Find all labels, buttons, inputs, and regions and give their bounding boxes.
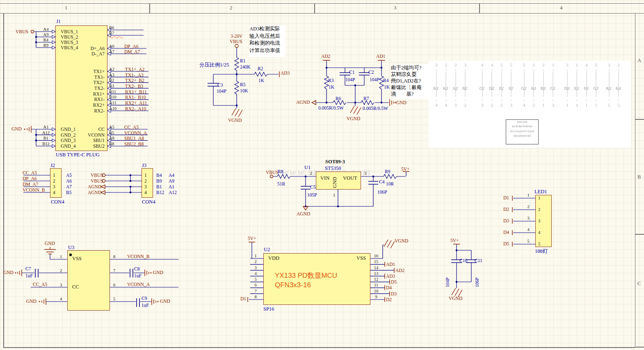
agnd-port-adc[interactable]: AGND — [296, 100, 310, 105]
error-squiggle — [108, 37, 123, 38]
d2-label-u2[interactable]: D2 — [386, 297, 392, 302]
pin-number: B2 — [109, 78, 116, 84]
net-label[interactable]: RX1+_B11 — [125, 89, 147, 95]
vgnd-label-divider[interactable]: VGND — [228, 118, 242, 123]
vbus-port-u1[interactable]: VBUS — [266, 170, 279, 175]
gnd-label-u3-p4[interactable]: GND — [26, 299, 37, 304]
j1-dp-net-labels[interactable]: DP_A6DM_A7 — [124, 44, 140, 55]
gnd-label-c7[interactable]: GND — [3, 270, 14, 275]
c9-value: 1uF — [142, 303, 149, 308]
r5-value: 10K — [240, 88, 248, 94]
net-label[interactable]: SBU1_A8 — [124, 136, 147, 142]
agnd-port-u1[interactable]: AGND — [297, 211, 310, 217]
net-label[interactable]: D3 — [503, 218, 509, 230]
j3-vbus-port-1[interactable]: VBUS — [91, 173, 103, 178]
pad-label: A4 — [169, 173, 177, 178]
5v-port-u1[interactable]: 5V+ — [401, 167, 410, 172]
r5-refdes[interactable]: R5 — [240, 82, 245, 87]
r7-refdes[interactable]: R7 — [363, 96, 369, 101]
net-label[interactable]: RX2+_A11 — [125, 101, 147, 106]
j2-net-labels[interactable]: CC_A5DP_A6DM_A7VCONN_B — [23, 170, 45, 193]
r6-refdes[interactable]: R6 — [336, 96, 341, 101]
c5-refdes[interactable]: C5 — [310, 185, 315, 190]
vbus-port-divider[interactable]: VBUS — [230, 39, 242, 44]
gnd-label-c8[interactable]: GND — [153, 270, 163, 275]
net-label[interactable]: D1 — [503, 195, 509, 207]
gnd-label-adc[interactable]: GND — [396, 100, 406, 105]
net-label[interactable]: CC_A5 — [23, 170, 45, 176]
r3-refdes[interactable]: R3 — [328, 78, 333, 83]
gnd-label-u3-top[interactable]: GND — [45, 241, 55, 246]
ad3-port[interactable]: AD3 — [281, 71, 290, 76]
vbus-port-label[interactable]: VBUS — [16, 29, 28, 34]
c3-refdes[interactable]: C3 — [217, 82, 223, 88]
net-label[interactable]: TX1-_A3 — [125, 73, 147, 78]
led1-net-labels[interactable]: D1D2D3D4D5 — [503, 195, 509, 253]
net-label[interactable]: DP_A6 — [124, 44, 140, 49]
j1-txrx-net-labels[interactable]: TX1+_A2TX1-_A3TX2+_B2TX2-_B3RX1+_B11RX1-… — [125, 67, 147, 112]
c11-refdes[interactable]: C11 — [475, 258, 482, 263]
j3-agnd-port-2[interactable]: AGND — [88, 190, 101, 195]
c7-refdes[interactable]: C7 — [25, 266, 31, 272]
net-label[interactable]: D4 — [503, 230, 509, 241]
c1-refdes[interactable]: C1 — [349, 70, 354, 75]
net-label[interactable]: SBU2_B8 — [124, 142, 147, 147]
r9-refdes[interactable]: R9 — [385, 169, 390, 174]
vconn-a-label[interactable]: VCONN_A — [127, 282, 150, 287]
pin-number: 5 — [525, 239, 532, 250]
note-line: 输入电压然后 — [249, 33, 285, 40]
vconn-b-label[interactable]: VCONN_B — [127, 254, 149, 259]
d3-label-u2[interactable]: D3 — [391, 291, 397, 297]
ad2-label-u2[interactable]: AD2 — [395, 268, 404, 273]
pin-name: VBUS_3 — [61, 40, 78, 45]
u2-right-pin-numbers: 161514131211109 — [371, 254, 381, 300]
net-label[interactable]: DM_A7 — [23, 182, 45, 188]
net-label[interactable]: RX2-_A10 — [125, 106, 147, 112]
gnd-label-c9[interactable]: GND — [160, 299, 170, 304]
pin-name: D-_A7 — [76, 51, 105, 57]
pin-number: 8 — [113, 254, 115, 268]
c9-refdes[interactable]: C9 — [142, 296, 147, 301]
vgnd-label-cfilter[interactable]: VGND — [449, 296, 462, 301]
j1-cc-net-labels[interactable]: CC_A5VCONN_ASBU1_A8SBU2_B8 — [124, 125, 147, 147]
r2-refdes[interactable]: R2 — [258, 66, 263, 71]
c2-refdes[interactable]: C2 — [368, 70, 374, 75]
j3-agnd-port-1[interactable]: AGND — [88, 184, 101, 190]
net-label[interactable]: DM_A7 — [124, 49, 140, 55]
pin-number: 3 — [251, 265, 260, 271]
c4-refdes[interactable]: C4 — [379, 179, 384, 185]
c3-value: 104P — [217, 89, 226, 94]
d5-label-u2[interactable]: D5 — [391, 279, 397, 285]
ad3-label-u2[interactable]: AD3 — [386, 274, 395, 279]
net-label[interactable]: TX2-_B3 — [125, 84, 147, 89]
u1-pin3-number: 3 — [364, 171, 366, 176]
r4-refdes[interactable]: R4 — [383, 78, 388, 83]
net-label[interactable]: CC_A5 — [124, 125, 147, 130]
net-label[interactable]: VCONN_A — [124, 130, 147, 136]
vgnd-label-u2[interactable]: VGND — [395, 238, 408, 244]
gnd-port-label[interactable]: GND — [11, 126, 22, 132]
r1-refdes[interactable]: R1 — [240, 58, 245, 64]
net-label[interactable]: VCONN_B — [23, 188, 45, 193]
c10-refdes[interactable]: C10 — [459, 258, 467, 263]
c8-refdes[interactable]: C8 — [134, 266, 139, 272]
r8-refdes[interactable]: R8 — [278, 169, 283, 174]
ad1-label-u2[interactable]: AD1 — [386, 262, 395, 267]
net-label[interactable]: DP_A6 — [23, 176, 45, 182]
cc-a5-label-u3[interactable]: CC_A5 — [33, 282, 47, 287]
net-label[interactable]: TX2+_B2 — [125, 78, 147, 84]
j3-vbus-port-2[interactable]: VBUS — [91, 178, 103, 184]
j1-title: USB TYPE-C PLUG — [56, 152, 100, 158]
d1-port-u2[interactable]: D1 — [240, 296, 246, 302]
vgnd-label-adc[interactable]: VGND — [347, 116, 360, 121]
5v-port-u2[interactable]: 5V+ — [248, 236, 256, 241]
ad1-port[interactable]: AD1 — [376, 54, 385, 59]
net-label[interactable]: D5 — [503, 241, 509, 253]
d4-label-u2[interactable]: D4 — [386, 285, 392, 291]
net-label[interactable]: D2 — [503, 207, 509, 218]
net-label[interactable]: RX1-_B10 — [125, 95, 147, 101]
net-label[interactable]: TX1+_A2 — [125, 67, 147, 73]
5v-port-cfilter[interactable]: 5V+ — [450, 238, 459, 243]
diode-symbol: 1oC3o3 — [548, 62, 558, 111]
ad2-port[interactable]: AD2 — [321, 54, 330, 59]
